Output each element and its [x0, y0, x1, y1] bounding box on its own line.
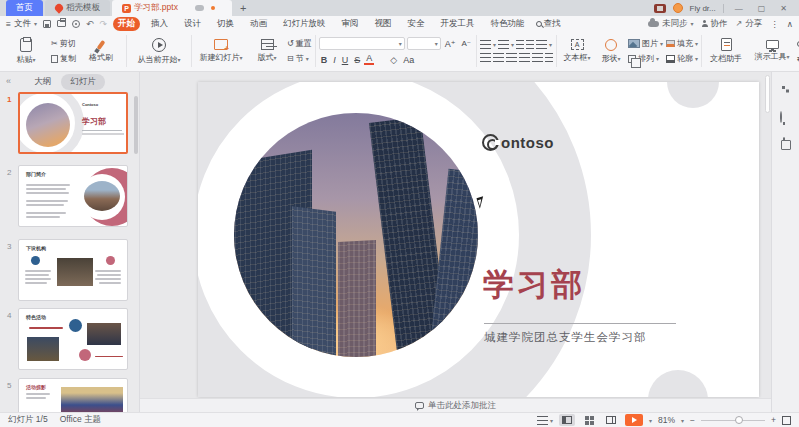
menu-item-security[interactable]: 安全 [403, 17, 430, 31]
fill-button[interactable]: 填充▾ [666, 38, 698, 49]
new-slide-button[interactable]: 新建幻灯片▾ [195, 39, 247, 63]
align-center-icon[interactable] [493, 53, 504, 62]
menu-item-design[interactable]: 设计 [179, 17, 206, 31]
shape-button[interactable]: 形状▾ [597, 39, 625, 64]
close-button[interactable]: ✕ [776, 4, 791, 13]
menu-item-features[interactable]: 特色功能 [486, 17, 530, 31]
textbox-button[interactable]: A 文本框▾ [560, 39, 594, 63]
bullet-list-icon[interactable] [480, 40, 491, 49]
slide-thumbnail-2[interactable]: 2 部门简介 [0, 165, 139, 229]
collapse-ribbon-icon[interactable]: ∧ [787, 19, 793, 29]
align-right-icon[interactable] [506, 53, 517, 62]
layout-button[interactable]: 版式▾ [250, 39, 284, 63]
bold-button[interactable]: B [319, 55, 330, 65]
menu-item-home[interactable]: 开始 [113, 17, 140, 31]
preview-icon[interactable] [72, 20, 80, 28]
collaborate-button[interactable]: 协作 [702, 18, 728, 30]
redo-icon[interactable]: ↷ [100, 19, 108, 29]
paste-button[interactable]: 粘贴▾ [4, 38, 48, 65]
view-reading-button[interactable] [603, 414, 619, 426]
chevron-down-icon[interactable]: ▾ [681, 417, 684, 424]
minimize-button[interactable]: — [731, 4, 747, 13]
distribute-icon[interactable] [532, 53, 543, 62]
decrease-indent-icon[interactable] [516, 40, 524, 49]
align-left-icon[interactable] [480, 53, 491, 62]
play-slideshow-button[interactable] [625, 414, 643, 426]
outline-button[interactable]: 轮廓▾ [666, 53, 698, 64]
undo-icon[interactable]: ↶ [86, 19, 94, 29]
play-from-current-button[interactable]: 从当前开始▾ [130, 38, 188, 65]
thumbnail-card[interactable]: Contoso 学习部 [18, 92, 128, 154]
print-icon[interactable] [57, 20, 66, 27]
line-spacing-icon[interactable] [536, 40, 547, 49]
change-case-button[interactable]: Aa [401, 55, 416, 65]
doc-assistant-button[interactable]: 文档助手 [705, 38, 747, 64]
layers-panel-icon[interactable] [780, 138, 785, 148]
theme-name[interactable]: Office 主题 [60, 414, 101, 426]
tab-document[interactable]: P 学习部.pptx [112, 0, 232, 16]
contoso-logo[interactable]: ontoso [482, 134, 554, 151]
italic-button[interactable]: I [331, 55, 338, 65]
menu-item-view[interactable]: 视图 [370, 17, 397, 31]
idea-panel-icon[interactable] [780, 112, 782, 122]
menu-item-animation[interactable]: 动画 [245, 17, 272, 31]
font-name-select[interactable]: ▾ [319, 37, 405, 50]
zoom-level[interactable]: 81% [658, 415, 675, 425]
tab-docer-templates[interactable]: 稻壳模板 [45, 0, 110, 16]
thumbnail-card[interactable]: 活动掠影 [18, 378, 128, 412]
menu-item-review[interactable]: 审阅 [337, 17, 364, 31]
share-button[interactable]: ↗ 分享 [736, 18, 763, 30]
comment-hint-bar[interactable]: 单击此处添加批注 [140, 398, 771, 412]
copy-button[interactable]: 复制 [51, 53, 76, 64]
slide-canvas[interactable]: ontoso 学习部 城建学院团总支学生会学习部 [140, 72, 771, 398]
city-photo[interactable] [234, 113, 478, 357]
slide-thumbnail-3[interactable]: 3 下设机构 [0, 239, 139, 303]
menu-item-insert[interactable]: 插入 [146, 17, 173, 31]
save-icon[interactable] [43, 20, 51, 28]
arrange-button[interactable]: 排列▾ [628, 53, 663, 64]
columns-icon[interactable] [545, 53, 553, 62]
new-tab-button[interactable]: + [232, 0, 254, 16]
font-size-select[interactable]: ▾ [407, 37, 441, 50]
tab-home[interactable]: 首页 [6, 0, 43, 16]
increase-indent-icon[interactable] [526, 40, 534, 49]
fit-slide-icon[interactable] [782, 416, 791, 425]
user-name[interactable]: Fly dr... [690, 4, 716, 13]
chevron-down-icon[interactable]: ▾ [649, 417, 652, 424]
tab-slides[interactable]: 幻灯片 [61, 74, 105, 90]
thumbnail-card[interactable]: 特色活动 [18, 308, 128, 370]
view-sorter-button[interactable] [581, 414, 597, 426]
more-options-icon[interactable]: ⋮ [770, 19, 779, 29]
increase-font-icon[interactable]: A⁺ [443, 39, 458, 49]
cut-button[interactable]: ✂剪切 [51, 38, 76, 49]
collapse-panel-icon[interactable]: « [6, 76, 11, 86]
present-tools-button[interactable]: 演示工具▾ [750, 40, 794, 62]
thumbnail-card[interactable]: 下设机构 [18, 239, 128, 301]
reset-button[interactable]: ↺重置 [287, 38, 312, 49]
sidebar-scrollbar[interactable] [134, 96, 138, 154]
underline-button[interactable]: U [340, 55, 351, 65]
slide-subtitle[interactable]: 城建学院团总支学生会学习部 [484, 330, 647, 345]
section-button[interactable]: ⊟节▾ [287, 53, 312, 64]
menu-item-slideshow[interactable]: 幻灯片放映 [278, 17, 331, 31]
slide-thumbnail-1[interactable]: 1 Contoso 学习部 [0, 92, 139, 156]
menu-item-transition[interactable]: 切换 [212, 17, 239, 31]
promo-icon[interactable] [654, 4, 666, 13]
text-effect-button[interactable]: ◇ [388, 55, 399, 65]
view-normal-button[interactable] [559, 414, 575, 426]
picture-button[interactable]: 图片▾ [628, 38, 663, 49]
notes-toggle[interactable]: ▾ [537, 416, 553, 425]
decrease-font-icon[interactable]: A⁻ [459, 39, 473, 48]
thumbnail-card[interactable]: 部门简介 [18, 165, 128, 227]
find-command[interactable]: 查找 [536, 18, 561, 30]
format-painter-button[interactable]: 格式刷 [79, 40, 123, 63]
tab-outline[interactable]: 大纲 [34, 76, 51, 88]
slide-thumbnail-5[interactable]: 5 活动掠影 [0, 378, 139, 412]
file-menu[interactable]: ≡ 文件 ▾ [6, 18, 37, 30]
slide-1-editor[interactable]: ontoso 学习部 城建学院团总支学生会学习部 [198, 82, 759, 397]
font-color-button[interactable]: A [364, 54, 374, 65]
numbered-list-icon[interactable] [498, 40, 509, 49]
slide-title[interactable]: 学习部 [483, 264, 585, 306]
canvas-scrollbar[interactable] [765, 75, 770, 113]
maximize-button[interactable]: ▢ [754, 4, 770, 13]
